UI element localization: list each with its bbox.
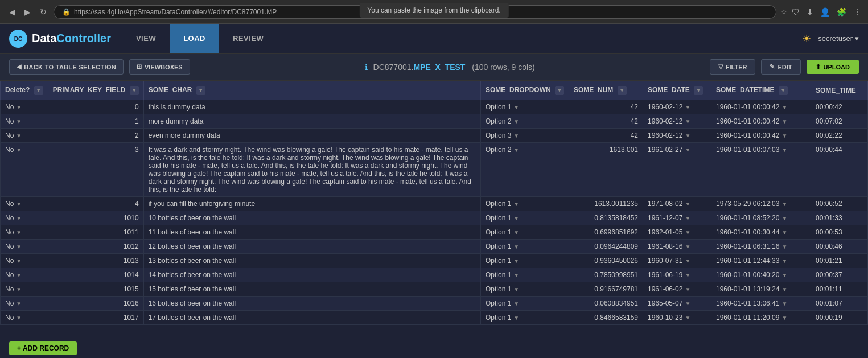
cell-some-datetime: 1960-01-01 13:19:24▼: [711, 282, 811, 297]
col-header-some-num[interactable]: SOME_NUM ▼: [569, 81, 643, 100]
datetime-dropdown-icon[interactable]: ▼: [781, 286, 787, 293]
dropdown-arrow-icon[interactable]: ▼: [513, 133, 519, 139]
info-icon: ℹ: [365, 63, 368, 72]
datetime-dropdown-icon[interactable]: ▼: [781, 301, 787, 307]
date-dropdown-icon[interactable]: ▼: [685, 201, 690, 207]
datetime-dropdown-icon[interactable]: ▼: [781, 118, 787, 125]
datetime-dropdown-icon[interactable]: ▼: [781, 258, 787, 264]
datetime-dropdown-icon[interactable]: ▼: [781, 104, 787, 110]
col-header-some-dropdown[interactable]: SOME_DROPDOWN ▼: [480, 81, 569, 100]
dropdown-arrow-icon[interactable]: ▼: [513, 147, 519, 153]
datetime-value: 1973-05-29 06:12:03: [716, 200, 779, 208]
datetime-dropdown-icon[interactable]: ▼: [781, 201, 787, 207]
date-dropdown-icon[interactable]: ▼: [685, 301, 690, 307]
cell-some-num: 0.0964244809: [569, 240, 643, 254]
delete-dropdown-icon[interactable]: ▼: [16, 104, 22, 110]
date-dropdown-icon[interactable]: ▼: [685, 272, 690, 278]
cell-delete: No▼: [1, 297, 48, 311]
delete-value: No: [5, 257, 14, 265]
cell-delete: No▼: [1, 282, 48, 297]
date-dropdown-icon[interactable]: ▼: [685, 229, 690, 236]
address-text: https://sas.4gl.io/AppStream/DataControl…: [74, 8, 277, 16]
upload-button[interactable]: ⬆ UPLOAD: [807, 60, 859, 74]
dropdown-arrow-icon[interactable]: ▼: [513, 215, 519, 221]
browser-refresh-button[interactable]: ↻: [38, 5, 49, 19]
cell-primary-key: 0: [48, 100, 143, 114]
col-header-delete[interactable]: Delete? ▼: [1, 81, 48, 100]
dropdown-arrow-icon[interactable]: ▼: [513, 201, 519, 207]
date-dropdown-icon[interactable]: ▼: [685, 215, 690, 221]
date-dropdown-icon[interactable]: ▼: [685, 133, 690, 139]
download-icon: ⬇: [807, 7, 813, 17]
dropdown-arrow-icon[interactable]: ▼: [513, 272, 519, 278]
col-header-some-char[interactable]: SOME_CHAR ▼: [143, 81, 480, 100]
user-menu[interactable]: secretuser ▾: [818, 34, 859, 43]
dropdown-arrow-icon[interactable]: ▼: [513, 301, 519, 307]
datetime-dropdown-icon[interactable]: ▼: [781, 244, 787, 250]
sort-arrow-char[interactable]: ▼: [196, 86, 205, 95]
delete-dropdown-icon[interactable]: ▼: [16, 215, 22, 221]
date-dropdown-icon[interactable]: ▼: [685, 315, 690, 321]
dropdown-arrow-icon[interactable]: ▼: [513, 104, 519, 110]
delete-dropdown-icon[interactable]: ▼: [16, 118, 22, 125]
delete-dropdown-icon[interactable]: ▼: [16, 133, 22, 139]
dropdown-arrow-icon[interactable]: ▼: [513, 315, 519, 321]
delete-dropdown-icon[interactable]: ▼: [16, 315, 22, 321]
back-to-table-selection-button[interactable]: ◀ BACK TO TABLE SELECTION: [9, 59, 124, 75]
browser-forward-button[interactable]: ▶: [22, 5, 33, 19]
edit-button[interactable]: ✎ EDIT: [761, 59, 800, 75]
date-dropdown-icon[interactable]: ▼: [685, 286, 690, 293]
cell-some-time: 00:00:42: [811, 100, 868, 114]
sort-arrow-primary[interactable]: ▼: [130, 86, 139, 95]
col-header-some-time[interactable]: SOME_TIME: [811, 81, 868, 100]
date-dropdown-icon[interactable]: ▼: [685, 104, 690, 110]
browser-back-button[interactable]: ◀: [7, 5, 18, 19]
sort-arrow-datetime[interactable]: ▼: [779, 86, 788, 95]
theme-toggle-icon[interactable]: ☀: [802, 32, 811, 45]
datetime-dropdown-icon[interactable]: ▼: [781, 315, 787, 321]
delete-dropdown-icon[interactable]: ▼: [16, 147, 22, 153]
add-record-button[interactable]: + ADD RECORD: [9, 341, 77, 355]
sort-arrow-delete[interactable]: ▼: [34, 86, 43, 95]
date-dropdown-icon[interactable]: ▼: [685, 258, 690, 264]
dropdown-arrow-icon[interactable]: ▼: [513, 118, 519, 125]
datetime-dropdown-icon[interactable]: ▼: [781, 229, 787, 236]
sort-arrow-dropdown[interactable]: ▼: [555, 86, 564, 95]
datetime-dropdown-icon[interactable]: ▼: [781, 272, 787, 278]
menu-icon[interactable]: ⋮: [853, 7, 861, 17]
table-body: No▼0this is dummy dataOption 1▼421960-02…: [1, 100, 868, 325]
cell-some-num: 0.6996851692: [569, 225, 643, 240]
sort-arrow-date[interactable]: ▼: [694, 86, 703, 95]
dropdown-arrow-icon[interactable]: ▼: [513, 286, 519, 293]
nav-tab-review[interactable]: REVIEW: [219, 24, 277, 53]
col-header-some-date[interactable]: SOME_DATE ▼: [643, 81, 711, 100]
delete-dropdown-icon[interactable]: ▼: [16, 286, 22, 293]
viewboxes-button[interactable]: ⊞ VIEWBOXES: [129, 59, 190, 75]
date-dropdown-icon[interactable]: ▼: [685, 118, 690, 125]
nav-tab-view[interactable]: VIEW: [122, 24, 170, 53]
col-header-some-datetime[interactable]: SOME_DATETIME ▼: [711, 81, 811, 100]
filter-button[interactable]: ▽ FILTER: [710, 59, 756, 75]
date-dropdown-icon[interactable]: ▼: [685, 244, 690, 250]
delete-dropdown-icon[interactable]: ▼: [16, 201, 22, 207]
datetime-dropdown-icon[interactable]: ▼: [781, 215, 787, 221]
datetime-dropdown-icon[interactable]: ▼: [781, 147, 787, 153]
date-value: 1971-08-02: [648, 200, 682, 208]
nav-tab-load[interactable]: LOAD: [170, 24, 219, 53]
cell-some-time: 00:00:46: [811, 240, 868, 254]
date-dropdown-icon[interactable]: ▼: [685, 147, 690, 153]
bookmark-icon[interactable]: ☆: [781, 8, 787, 16]
sort-arrow-num[interactable]: ▼: [618, 86, 627, 95]
col-header-primary-key[interactable]: PRIMARY_KEY_FIELD ▼: [48, 81, 143, 100]
delete-dropdown-icon[interactable]: ▼: [16, 272, 22, 278]
dropdown-arrow-icon[interactable]: ▼: [513, 244, 519, 250]
dropdown-arrow-icon[interactable]: ▼: [513, 229, 519, 236]
date-value: 1960-10-23: [648, 314, 682, 322]
delete-dropdown-icon[interactable]: ▼: [16, 229, 22, 236]
dropdown-arrow-icon[interactable]: ▼: [513, 258, 519, 264]
delete-dropdown-icon[interactable]: ▼: [16, 301, 22, 307]
datetime-value: 1960-01-01 13:19:24: [716, 285, 779, 293]
delete-dropdown-icon[interactable]: ▼: [16, 258, 22, 264]
delete-dropdown-icon[interactable]: ▼: [16, 244, 22, 250]
datetime-dropdown-icon[interactable]: ▼: [781, 133, 787, 139]
